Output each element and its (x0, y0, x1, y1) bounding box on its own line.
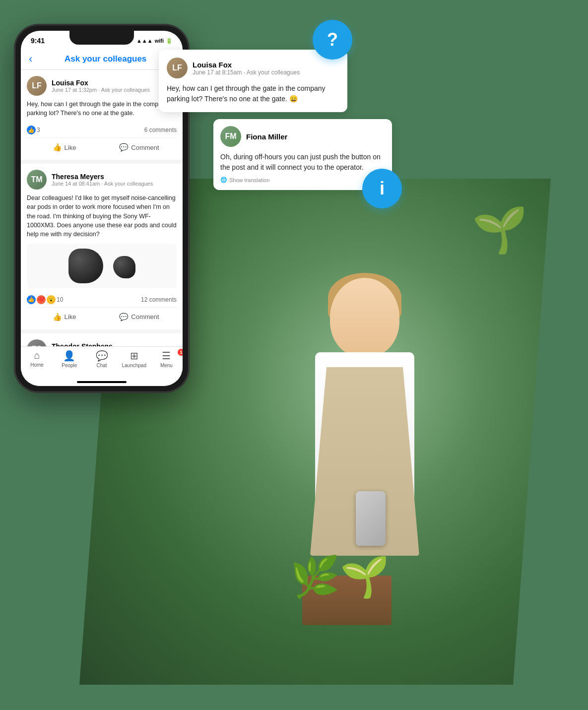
post-1-actions: 👍 Like 💬 Comment (27, 138, 177, 154)
post-1-header: LF Louisa Fox June 17 at 1:32pm · Ask yo… (27, 76, 177, 96)
post-2-meta: Theresa Meyers June 14 at 08:41am · Ask … (52, 173, 153, 187)
comment-label-1: Comment (131, 144, 159, 151)
like-icon-1: 👍 (53, 143, 62, 152)
post-2-body: Dear colleagues! I'd like to get myself … (27, 194, 177, 239)
chat-header-2: FM Fiona Miller (220, 126, 385, 147)
earbud-right (113, 256, 135, 278)
heart-emoji: ❤️ (37, 295, 46, 304)
info-circle: i (362, 169, 402, 208)
post-1-meta: Louisa Fox June 17 at 1:32pm · Ask your … (52, 79, 150, 93)
phone-notch (69, 31, 134, 45)
menu-icon: ☰ (162, 350, 171, 362)
wow-emoji: 😮 (47, 295, 56, 304)
like-emoji-2: 👍 (27, 295, 36, 304)
comment-icon-1: 💬 (119, 143, 129, 152)
like-button-2[interactable]: 👍 Like (27, 311, 102, 323)
question-circle: ? (313, 20, 352, 60)
header-title: Ask your colleagues (36, 54, 175, 64)
wifi-icon: wifi (155, 38, 164, 44)
post-1-author: Louisa Fox (52, 79, 150, 87)
reaction-emojis-1: 👍 3 (27, 126, 40, 134)
status-time: 9:41 (31, 37, 45, 45)
chat-name-1: Louisa Fox (193, 61, 300, 69)
menu-label: Menu (160, 363, 173, 368)
chat-label: Chat (96, 363, 107, 368)
comments-count-1: 6 comments (144, 127, 177, 133)
chat-meta-2: Fiona Miller (246, 132, 287, 141)
earbud-left (68, 249, 103, 283)
comment-icon-2: 💬 (119, 313, 129, 322)
home-label: Home (30, 362, 44, 368)
person-figure: 🌿🌱 (241, 238, 489, 685)
launchpad-label: Launchpad (122, 363, 146, 368)
phone-in-hand (356, 491, 386, 546)
post-2-date: June 14 at 08:41am · Ask your colleagues (52, 181, 153, 187)
globe-icon: 🌐 (220, 177, 227, 183)
plant-leaves: 🌿🌱 (290, 554, 390, 600)
nav-chat[interactable]: 💬 Chat (85, 350, 118, 368)
comment-button-1[interactable]: 💬 Comment (102, 141, 177, 154)
post-1-body: Hey, how can I get through the gate in t… (27, 100, 177, 118)
people-icon: 👤 (63, 350, 75, 362)
like-emoji: 👍 (27, 126, 36, 134)
chat-text-1: Hey, how can I get through the gate in t… (167, 83, 339, 104)
nav-people[interactable]: 👤 People (53, 350, 85, 368)
battery-icon: 🔋 (166, 38, 173, 44)
home-icon: ⌂ (34, 350, 40, 361)
comment-label-2: Comment (131, 313, 159, 321)
chat-bubble-1: LF Louisa Fox June 17 at 8:15am · Ask yo… (159, 50, 347, 112)
launchpad-icon: ⊞ (130, 350, 138, 362)
chat-date-1: June 17 at 8:15am · Ask your colleagues (193, 69, 300, 76)
chat-text-2: Oh, during off-hours you can just push t… (220, 152, 385, 173)
comment-button-2[interactable]: 💬 Comment (102, 311, 177, 323)
like-label-1: Like (65, 144, 76, 151)
question-symbol: ? (327, 29, 338, 50)
post-1-reactions: 👍 3 6 comments (27, 123, 177, 138)
chat-avatar-1: LF (167, 58, 188, 78)
info-symbol: i (380, 178, 385, 199)
chat-name-2: Fiona Miller (246, 132, 287, 141)
post-1-avatar: LF (27, 76, 47, 96)
post-2-reactions: 👍 ❤️ 😮 10 12 comments (27, 292, 177, 308)
like-button-1[interactable]: 👍 Like (27, 141, 102, 154)
like-label-2: Like (65, 313, 76, 321)
nav-launchpad[interactable]: ⊞ Launchpad (118, 350, 150, 368)
person-head (330, 278, 399, 357)
chat-header-1: LF Louisa Fox June 17 at 8:15am · Ask yo… (167, 58, 339, 78)
nav-menu[interactable]: ☰ 1 Menu (150, 350, 183, 368)
post-2: TM Theresa Meyers June 14 at 08:41am · A… (21, 164, 183, 329)
earbuds-image (27, 244, 177, 288)
bottom-navigation: ⌂ Home 👤 People 💬 Chat ⊞ Launchpad ☰ (21, 346, 183, 386)
signal-icon: ▲▲▲ (136, 38, 153, 44)
reaction-emojis-2: 👍 ❤️ 😮 10 (27, 295, 63, 304)
menu-badge: 1 (178, 349, 183, 356)
post-1-date: June 17 at 1:32pm · Ask your colleagues (52, 87, 150, 93)
reaction-count-1: 3 (37, 127, 40, 133)
reaction-count-2: 10 (57, 296, 63, 303)
post-2-actions: 👍 Like 💬 Comment (27, 308, 177, 323)
chat-icon: 💬 (96, 350, 108, 362)
chat-meta-1: Louisa Fox June 17 at 8:15am · Ask your … (193, 61, 300, 76)
status-icons: ▲▲▲ wifi 🔋 (136, 38, 173, 44)
comments-count-2: 12 comments (141, 296, 177, 303)
chat-avatar-2: FM (220, 126, 241, 147)
post-2-author: Theresa Meyers (52, 173, 153, 181)
home-bar (77, 381, 127, 383)
back-button[interactable]: ‹ (29, 53, 32, 65)
post-2-avatar: TM (27, 170, 47, 190)
feed-content: LF Louisa Fox June 17 at 1:32pm · Ask yo… (21, 70, 183, 360)
nav-home[interactable]: ⌂ Home (21, 350, 53, 368)
like-icon-2: 👍 (53, 313, 62, 322)
post-2-header: TM Theresa Meyers June 14 at 08:41am · A… (27, 170, 177, 190)
show-translation[interactable]: 🌐 Show translation (220, 177, 385, 183)
people-label: People (62, 363, 77, 368)
